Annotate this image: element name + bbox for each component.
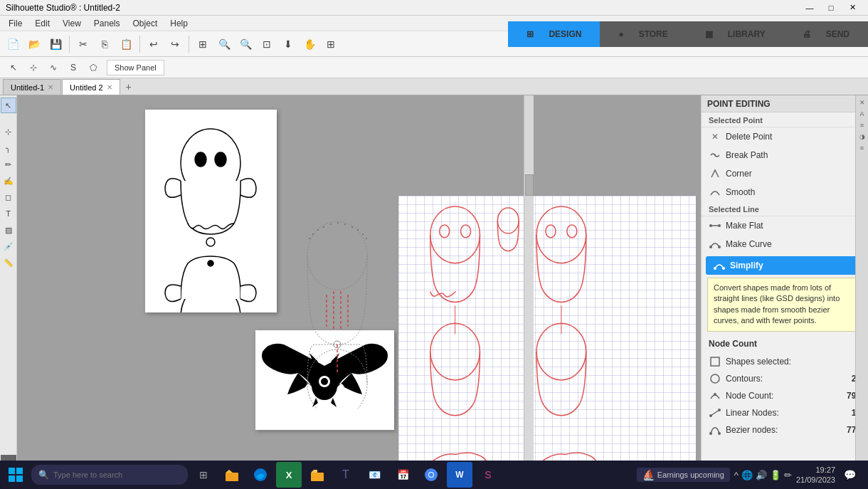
ruler-tool[interactable]: 📏 (1, 255, 16, 270)
tab-design[interactable]: ⊞ DESIGN (508, 21, 600, 47)
copy-button[interactable]: ⎘ (95, 34, 115, 54)
redo-button[interactable]: ↪ (165, 34, 185, 54)
cut-button[interactable]: ✂ (73, 34, 93, 54)
tray-battery[interactable]: 🔋 (770, 470, 781, 480)
hand-button[interactable]: ✋ (300, 34, 319, 54)
doc-tab-close-2[interactable]: ✕ (107, 83, 112, 91)
taskbar-excel[interactable]: X (276, 462, 302, 488)
zoom-fit-button[interactable]: ⊡ (257, 34, 277, 54)
mini-icon-4[interactable]: ◑ (858, 132, 867, 142)
mini-icon-3[interactable]: ≡ (859, 120, 865, 130)
doc-tab-untitled1[interactable]: Untitled-1 ✕ (3, 79, 61, 95)
smooth-row[interactable]: Smooth (702, 183, 868, 201)
vertical-scrollbar[interactable] (524, 95, 534, 489)
pen-tool[interactable]: ✏ (1, 157, 16, 172)
text-tool[interactable]: T (1, 206, 16, 221)
v-scroll-thumb[interactable] (525, 174, 534, 196)
pencil-tool[interactable]: ✍ (1, 173, 16, 189)
text-tool[interactable]: S (64, 59, 83, 76)
taskbar-silhouette[interactable]: S (475, 462, 501, 488)
start-button[interactable] (3, 462, 28, 488)
make-curve-row[interactable]: Make Curve (702, 235, 868, 253)
taskbar-folder[interactable] (305, 462, 330, 488)
tray-expand[interactable]: ^ (734, 470, 739, 480)
taskbar-edge[interactable] (248, 462, 273, 488)
node-tool[interactable]: ⊹ (1, 124, 16, 140)
linear-nodes-row: Linear Nodes: 18 (702, 404, 868, 421)
search-bar[interactable]: 🔍 (31, 465, 188, 485)
svg-point-66 (429, 473, 433, 477)
doc-tab-close-1[interactable]: ✕ (48, 83, 53, 91)
doc-tab-untitled2[interactable]: Untitled 2 ✕ (62, 79, 120, 95)
fill-tool[interactable]: ▨ (1, 222, 16, 238)
taskbar-calendar[interactable]: 📅 (390, 462, 416, 488)
menu-file[interactable]: File (3, 17, 28, 30)
tab-store[interactable]: ● STORE (600, 21, 686, 47)
shapes-selected-row: Shapes selected: 1 (702, 353, 868, 370)
menu-view[interactable]: View (57, 17, 87, 30)
taskbar-teams[interactable]: T (333, 462, 359, 488)
close-button[interactable]: ✕ (842, 1, 862, 14)
svg-rect-23 (357, 229, 359, 231)
taskbar-outlook[interactable]: 📧 (361, 462, 387, 488)
shape-tool[interactable]: ⬠ (84, 59, 102, 76)
move-down-button[interactable]: ⬇ (278, 34, 298, 54)
eyedropper-tool[interactable]: 💉 (1, 238, 16, 254)
save-button[interactable]: 💾 (46, 34, 65, 54)
svg-point-31 (440, 225, 450, 238)
menu-object[interactable]: Object (127, 17, 164, 30)
tray-pencil[interactable]: ✏ (784, 470, 792, 480)
mini-icon-5[interactable]: ≡ (859, 143, 865, 153)
page-button[interactable]: ⊞ (321, 34, 341, 54)
corner-row[interactable]: Corner (702, 164, 868, 183)
tab-library[interactable]: ▦ LIBRARY (687, 21, 784, 47)
earnings-notification[interactable]: ⛵ Earnings upcoming (637, 468, 730, 482)
mini-icon-2[interactable]: A (858, 109, 865, 119)
linear-nodes-label: Linear Nodes: (726, 408, 847, 418)
svg-rect-20 (337, 222, 339, 224)
svg-point-38 (497, 208, 519, 233)
eraser-tool[interactable]: ◻ (1, 189, 16, 205)
canvas-area[interactable]: ▲ (17, 95, 701, 489)
show-panel-button[interactable]: Show Panel (107, 60, 164, 75)
svg-point-55 (709, 432, 712, 435)
notification-button[interactable]: 💬 (840, 465, 859, 485)
tray-volume[interactable]: 🔊 (756, 470, 767, 480)
new-button[interactable]: 📄 (3, 34, 23, 54)
zoom-out-button[interactable]: 🔍 (235, 34, 255, 54)
undo-button[interactable]: ↩ (144, 34, 164, 54)
taskbar-explorer[interactable] (219, 462, 245, 488)
tab-send[interactable]: 🖨 SEND (784, 21, 868, 47)
make-flat-row[interactable]: Make Flat (702, 216, 868, 235)
zoom-in-button[interactable]: 🔍 (214, 34, 234, 54)
open-button[interactable]: 📂 (24, 34, 44, 54)
simplify-row[interactable]: Simplify (706, 256, 864, 275)
maximize-button[interactable]: □ (821, 1, 841, 14)
delete-point-row[interactable]: ✕ Delete Point (702, 127, 868, 146)
pointer-tool[interactable]: ↖ (1, 98, 16, 113)
select-arrow[interactable]: ↖ (4, 59, 23, 76)
menu-panels[interactable]: Panels (88, 17, 126, 30)
right-mini-toolbar: ✕ A ≡ ◑ ≡ (855, 95, 868, 489)
search-input[interactable] (53, 470, 174, 479)
break-path-row[interactable]: Break Path (702, 146, 868, 164)
paste-button[interactable]: 📋 (116, 34, 136, 54)
minimize-button[interactable]: — (800, 1, 820, 14)
grid-button[interactable]: ⊞ (193, 34, 213, 54)
node-edit[interactable]: ⊹ (24, 59, 43, 76)
tray-network[interactable]: 🌐 (741, 470, 753, 480)
nav-tabs: ⊞ DESIGN ● STORE ▦ LIBRARY 🖨 SEND (508, 21, 868, 47)
menu-help[interactable]: Help (164, 17, 194, 30)
task-view-button[interactable]: ⊞ (191, 462, 216, 488)
mini-icon-1[interactable]: ✕ (858, 98, 867, 107)
doc-tab-label-1: Untitled-1 (11, 83, 44, 92)
svg-rect-61 (226, 473, 238, 481)
taskbar-chrome[interactable] (418, 462, 444, 488)
grid-canvas[interactable] (398, 195, 697, 489)
bezier-tool[interactable]: ╮ (1, 140, 16, 156)
menu-edit[interactable]: Edit (29, 17, 55, 30)
delete-point-icon: ✕ (709, 130, 721, 143)
bezier-curve[interactable]: ∿ (44, 59, 63, 76)
taskbar-word[interactable]: W (447, 462, 472, 488)
add-tab-button[interactable]: + (121, 79, 137, 95)
